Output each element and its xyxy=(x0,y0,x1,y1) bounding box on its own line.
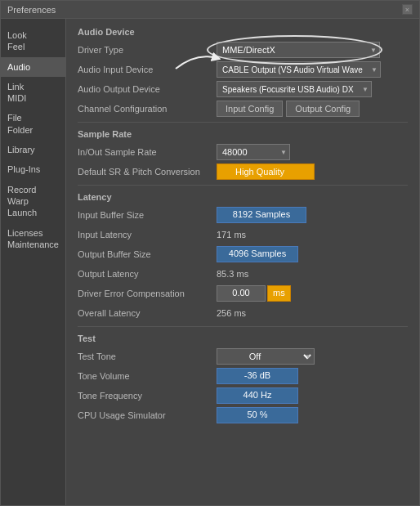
audio-output-select[interactable]: Speakers (Focusrite USB Audio) DX xyxy=(217,81,372,97)
divider-1 xyxy=(78,122,408,123)
input-buffer-value[interactable]: 8192 Samples xyxy=(217,207,306,223)
output-latency-value: 85.3 ms xyxy=(217,269,408,279)
input-latency-label: Input Latency xyxy=(78,230,217,240)
window-title: Preferences xyxy=(7,5,56,15)
sample-rate-select[interactable]: 48000 xyxy=(217,144,290,160)
sidebar-item-licenses[interactable]: Licenses Maintenance xyxy=(1,223,65,255)
output-config-button[interactable]: Output Config xyxy=(286,101,360,117)
sidebar-item-look[interactable]: Look Feel xyxy=(1,25,65,57)
sidebar-item-library[interactable]: Library xyxy=(1,140,65,159)
audio-output-dropdown-wrap[interactable]: Speakers (Focusrite USB Audio) DX xyxy=(217,81,372,97)
output-latency-row: Output Latency 85.3 ms xyxy=(78,266,408,282)
sidebar-item-record[interactable]: Record Warp Launch xyxy=(1,180,65,223)
channel-config-row: Channel Configuration Input Config Outpu… xyxy=(78,101,408,117)
cpu-usage-value[interactable]: 50 % xyxy=(217,407,298,423)
audio-output-label: Audio Output Device xyxy=(78,84,217,94)
sidebar: Look Feel Audio Link MIDI File Folder Li… xyxy=(1,19,66,505)
driver-type-row: Driver Type MME/DirectX xyxy=(78,42,408,58)
output-buffer-value[interactable]: 4096 Samples xyxy=(217,246,298,262)
sidebar-item-link-midi[interactable]: Link MIDI xyxy=(1,77,65,109)
tone-volume-value[interactable]: -36 dB xyxy=(217,368,298,384)
preferences-window: Preferences × Look Feel Audio Link MIDI … xyxy=(0,0,420,506)
audio-input-row: Audio Input Device CABLE Output (VS Audi… xyxy=(78,61,408,78)
driver-type-select[interactable]: MME/DirectX xyxy=(217,42,380,58)
input-buffer-label: Input Buffer Size xyxy=(78,210,217,220)
audio-input-select[interactable]: CABLE Output (VS Audio Virtual Wave xyxy=(217,61,381,78)
driver-error-unit: ms xyxy=(267,285,291,302)
tone-volume-label: Tone Volume xyxy=(78,371,217,381)
divider-3 xyxy=(78,326,408,327)
audio-output-row: Audio Output Device Speakers (Focusrite … xyxy=(78,81,408,97)
overall-latency-label: Overall Latency xyxy=(78,308,217,318)
latency-section-title: Latency xyxy=(78,192,408,202)
driver-type-dropdown-wrap[interactable]: MME/DirectX xyxy=(217,42,380,58)
test-section-title: Test xyxy=(78,334,408,343)
content-area: Look Feel Audio Link MIDI File Folder Li… xyxy=(1,19,419,505)
audio-input-dropdown-wrap[interactable]: CABLE Output (VS Audio Virtual Wave xyxy=(217,61,381,78)
input-latency-value: 171 ms xyxy=(217,230,408,240)
audio-input-label: Audio Input Device xyxy=(78,65,217,74)
test-tone-label: Test Tone xyxy=(78,352,217,361)
default-sr-button[interactable]: High Quality xyxy=(217,163,315,180)
driver-error-input[interactable]: 0.00 xyxy=(217,285,266,302)
output-latency-label: Output Latency xyxy=(78,269,217,279)
sidebar-item-file[interactable]: File Folder xyxy=(1,108,65,140)
audio-device-section-title: Audio Device xyxy=(78,27,408,37)
sidebar-item-audio[interactable]: Audio xyxy=(1,57,65,77)
cpu-usage-row: CPU Usage Simulator 50 % xyxy=(78,407,408,423)
main-content: Audio Device Driver Type MME/DirectX xyxy=(66,19,419,505)
in-out-sample-rate-row: In/Out Sample Rate 48000 xyxy=(78,144,408,160)
output-buffer-row: Output Buffer Size 4096 Samples xyxy=(78,246,408,262)
tone-freq-row: Tone Frequency 440 Hz xyxy=(78,387,408,404)
driver-error-control: 0.00 ms xyxy=(217,285,291,302)
test-tone-row: Test Tone Off xyxy=(78,348,408,365)
cpu-usage-label: CPU Usage Simulator xyxy=(78,410,217,420)
divider-2 xyxy=(78,185,408,186)
tone-freq-value[interactable]: 440 Hz xyxy=(217,387,298,404)
in-out-sample-rate-label: In/Out Sample Rate xyxy=(78,147,217,157)
test-tone-select[interactable]: Off xyxy=(217,348,315,365)
driver-error-row: Driver Error Compensation 0.00 ms xyxy=(78,285,408,302)
driver-error-label: Driver Error Compensation xyxy=(78,289,217,298)
default-sr-label: Default SR & Pitch Conversion xyxy=(78,167,217,177)
input-config-button[interactable]: Input Config xyxy=(217,101,283,117)
input-latency-row: Input Latency 171 ms xyxy=(78,226,408,243)
title-bar: Preferences × xyxy=(1,1,419,19)
test-tone-dropdown-wrap[interactable]: Off xyxy=(217,348,315,365)
close-button[interactable]: × xyxy=(402,4,413,15)
sample-rate-dropdown-wrap[interactable]: 48000 xyxy=(217,144,290,160)
sidebar-item-plug-ins[interactable]: Plug-Ins xyxy=(1,159,65,179)
tone-freq-label: Tone Frequency xyxy=(78,391,217,401)
tone-volume-row: Tone Volume -36 dB xyxy=(78,368,408,384)
default-sr-row: Default SR & Pitch Conversion High Quali… xyxy=(78,163,408,180)
channel-config-label: Channel Configuration xyxy=(78,104,217,114)
input-buffer-row: Input Buffer Size 8192 Samples xyxy=(78,207,408,223)
overall-latency-value: 256 ms xyxy=(217,308,408,318)
driver-type-label: Driver Type xyxy=(78,45,217,55)
driver-type-oval-container: MME/DirectX xyxy=(217,42,380,58)
output-buffer-label: Output Buffer Size xyxy=(78,249,217,259)
overall-latency-row: Overall Latency 256 ms xyxy=(78,305,408,321)
channel-config-buttons: Input Config Output Config xyxy=(217,101,360,117)
sample-rate-section-title: Sample Rate xyxy=(78,129,408,139)
